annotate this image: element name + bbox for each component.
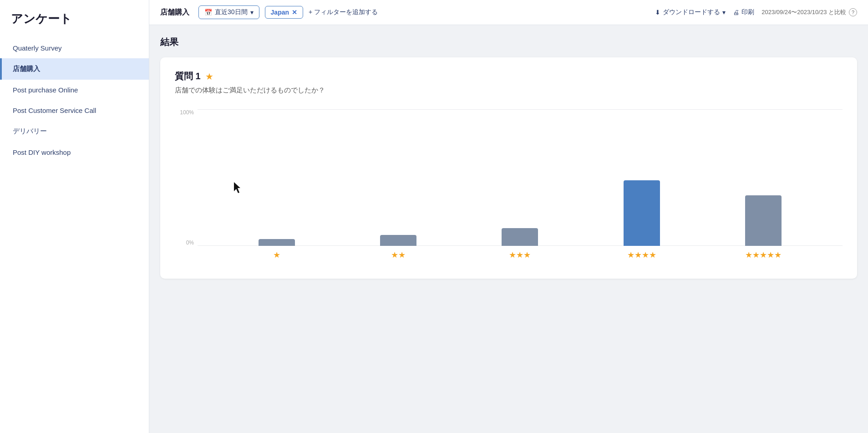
sidebar-item-post-purchase[interactable]: Post purchase Online xyxy=(0,80,149,100)
japan-tag-label: Japan xyxy=(271,9,289,16)
topbar-right: ⬇ ダウンドロードする ▾ 🖨 印刷 2023/09/24〜2023/10/23… xyxy=(655,8,857,16)
sidebar-item-delivery[interactable]: デリバリー xyxy=(0,121,149,142)
bar-group-3 xyxy=(624,180,660,246)
bar-4 xyxy=(745,195,782,246)
x-label-2: ★★★ xyxy=(502,250,538,260)
chart-container: 100% 0% xyxy=(175,109,843,264)
sidebar-item-quaterly[interactable]: Quaterly Survey xyxy=(0,38,149,58)
add-filter-button[interactable]: + フィルターを追加する xyxy=(309,8,378,16)
close-icon[interactable]: ✕ xyxy=(292,9,297,16)
bar-0 xyxy=(259,239,295,246)
bars-wrapper xyxy=(198,109,843,246)
content-area: 結果 質問 1 ★ 店舗での体験はご満足いただけるものでしたか？ 100% 0% xyxy=(149,25,868,433)
bar-group-2 xyxy=(502,228,538,246)
main-content: 店舗購入 📅 直近30日間 ▾ Japan ✕ + フィルターを追加する ⬇ ダ… xyxy=(149,0,868,433)
calendar-icon: 📅 xyxy=(204,9,212,16)
help-icon[interactable]: ? xyxy=(849,8,857,16)
question-card: 質問 1 ★ 店舗での体験はご満足いただけるものでしたか？ 100% 0% xyxy=(160,57,857,279)
print-label: 印刷 xyxy=(741,8,754,16)
print-button[interactable]: 🖨 印刷 xyxy=(733,8,754,16)
x-label-0: ★ xyxy=(259,250,295,260)
bar-2 xyxy=(502,228,538,246)
compare-text: 2023/09/24〜2023/10/23 と比較 xyxy=(761,8,846,16)
section-title: 結果 xyxy=(160,36,857,48)
bar-1 xyxy=(380,235,416,246)
chart-area xyxy=(198,109,843,246)
y-label-100: 100% xyxy=(180,109,194,116)
star-rating-icon: ★ xyxy=(205,71,213,82)
add-filter-label: + フィルターを追加する xyxy=(309,8,378,16)
bar-group-0 xyxy=(259,239,295,246)
sidebar-item-store[interactable]: 店舗購入 xyxy=(0,58,149,80)
chevron-down-icon: ▾ xyxy=(250,9,254,16)
download-button[interactable]: ⬇ ダウンドロードする ▾ xyxy=(655,8,726,16)
x-label-1: ★★ xyxy=(380,250,416,260)
compare-section: 2023/09/24〜2023/10/23 と比較 ? xyxy=(761,8,857,16)
topbar: 店舗購入 📅 直近30日間 ▾ Japan ✕ + フィルターを追加する ⬇ ダ… xyxy=(149,0,868,25)
x-label-3: ★★★★ xyxy=(624,250,660,260)
app-title: アンケート xyxy=(0,11,149,38)
bar-group-4 xyxy=(745,195,782,246)
date-filter-label: 直近30日間 xyxy=(215,8,248,16)
bar-group-1 xyxy=(380,235,416,246)
chart-y-axis: 100% 0% xyxy=(175,109,198,246)
download-chevron-icon: ▾ xyxy=(722,9,726,16)
download-icon: ⬇ xyxy=(655,9,660,16)
japan-filter-tag[interactable]: Japan ✕ xyxy=(265,6,303,19)
topbar-title: 店舗購入 xyxy=(160,8,189,17)
x-labels: ★★★★★★★★★★★★★★★ xyxy=(198,246,843,264)
sidebar-item-post-diy[interactable]: Post DIY workshop xyxy=(0,142,149,163)
question-label: 質問 1 xyxy=(175,70,201,82)
question-header: 質問 1 ★ xyxy=(175,70,843,82)
download-label: ダウンドロードする xyxy=(663,8,720,16)
date-filter-button[interactable]: 📅 直近30日間 ▾ xyxy=(198,5,259,19)
y-label-0: 0% xyxy=(186,239,194,246)
x-label-4: ★★★★★ xyxy=(745,250,782,260)
printer-icon: 🖨 xyxy=(733,9,739,16)
sidebar-item-post-service[interactable]: Post Customer Service Call xyxy=(0,100,149,121)
topbar-left: 店舗購入 📅 直近30日間 ▾ Japan ✕ + フィルターを追加する xyxy=(160,5,378,19)
question-text: 店舗での体験はご満足いただけるものでしたか？ xyxy=(175,86,843,95)
sidebar: アンケート Quaterly Survey店舗購入Post purchase O… xyxy=(0,0,149,433)
bar-3 xyxy=(624,180,660,246)
